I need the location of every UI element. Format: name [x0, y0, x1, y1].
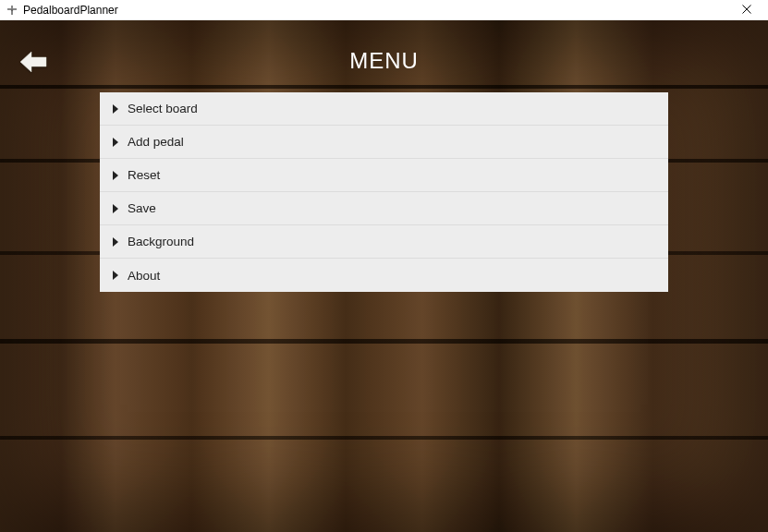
menu-item-select-board[interactable]: Select board	[100, 92, 668, 126]
menu-heading: MENU	[0, 48, 768, 74]
menu-item-label: Select board	[128, 102, 198, 115]
chevron-right-icon	[109, 169, 122, 182]
menu-item-reset[interactable]: Reset	[100, 159, 668, 192]
close-icon	[742, 3, 751, 17]
menu-item-about[interactable]: About	[100, 259, 668, 292]
window-close-button[interactable]	[727, 0, 766, 20]
menu-item-label: Add pedal	[128, 135, 184, 149]
menu-item-save[interactable]: Save	[100, 192, 668, 225]
menu-item-background[interactable]: Background	[100, 225, 668, 259]
svg-point-2	[11, 8, 13, 10]
chevron-right-icon	[109, 103, 122, 115]
chevron-right-icon	[109, 236, 122, 248]
menu-item-add-pedal[interactable]: Add pedal	[100, 126, 668, 159]
content-area: MENU Select board Add pedal Reset Save	[0, 20, 768, 532]
window-title: PedalboardPlanner	[23, 4, 118, 17]
chevron-right-icon	[109, 136, 122, 149]
menu-item-label: About	[128, 269, 160, 283]
window-titlebar: PedalboardPlanner	[0, 0, 768, 20]
menu-item-label: Save	[128, 201, 156, 215]
menu-item-label: Background	[128, 235, 194, 248]
chevron-right-icon	[109, 202, 122, 215]
menu-panel: Select board Add pedal Reset Save Backgr…	[100, 92, 668, 292]
menu-item-label: Reset	[128, 168, 160, 182]
app-icon	[6, 4, 18, 17]
chevron-right-icon	[109, 269, 122, 282]
